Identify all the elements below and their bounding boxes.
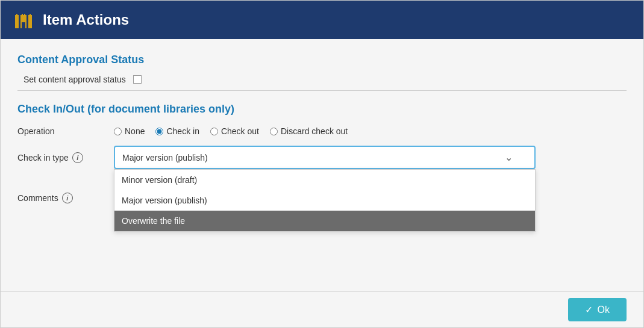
content-approval-row: Set content approval status (17, 75, 627, 84)
checkin-type-label: Check in type i (17, 152, 114, 163)
radio-none-input[interactable] (114, 128, 122, 135)
content-approval-section: Content Approval Status Set content appr… (17, 54, 627, 84)
svg-rect-10 (22, 22, 25, 28)
checkin-type-select[interactable]: Major version (publish) ⌄ (114, 146, 536, 169)
chevron-down-icon: ⌄ (505, 152, 513, 163)
radio-checkin[interactable]: Check in (155, 126, 199, 136)
radio-checkout[interactable]: Check out (210, 126, 259, 136)
dropdown-item-major[interactable]: Major version (publish) (114, 190, 535, 211)
dialog-footer: ✓ Ok (1, 291, 643, 327)
radio-discard[interactable]: Discard check out (270, 126, 348, 136)
radio-discard-label: Discard check out (281, 126, 348, 136)
ok-checkmark-icon: ✓ (585, 304, 593, 315)
ok-label: Ok (598, 305, 610, 315)
radio-discard-input[interactable] (270, 128, 278, 135)
checkin-type-info-icon[interactable]: i (72, 152, 83, 163)
radio-none-label: None (125, 126, 145, 136)
dropdown-item-overwrite[interactable]: Overwrite the file (114, 211, 535, 231)
radio-checkout-label: Check out (221, 126, 259, 136)
svg-rect-9 (30, 14, 31, 16)
svg-rect-7 (24, 14, 25, 16)
dialog-container: Item Actions Content Approval Status Set… (0, 0, 644, 328)
content-approval-title: Content Approval Status (17, 54, 627, 66)
dialog-body: Content Approval Status Set content appr… (1, 39, 643, 291)
dialog-header: Item Actions (1, 1, 643, 39)
svg-rect-2 (28, 17, 32, 28)
svg-rect-0 (15, 17, 19, 28)
operation-radio-group: None Check in Check out Discard check ou… (114, 126, 348, 136)
check-inout-title: Check In/Out (for document libraries onl… (17, 103, 627, 116)
checkin-type-select-wrapper: Major version (publish) ⌄ Minor version … (114, 146, 536, 169)
svg-rect-4 (16, 14, 17, 16)
content-approval-checkbox[interactable] (133, 75, 142, 84)
radio-none[interactable]: None (114, 126, 145, 136)
svg-rect-5 (20, 15, 27, 18)
comments-label: Comments i (17, 193, 114, 203)
operation-row: Operation None Check in Check out (17, 126, 627, 136)
content-approval-label: Set content approval status (23, 75, 126, 84)
checkin-type-row: Check in type i Major version (publish) … (17, 146, 627, 169)
item-actions-icon (13, 9, 34, 31)
checkin-type-dropdown: Minor version (draft) Major version (pub… (114, 169, 536, 232)
radio-checkin-input[interactable] (155, 128, 163, 135)
svg-rect-6 (22, 14, 23, 16)
dropdown-item-minor[interactable]: Minor version (draft) (114, 170, 535, 190)
checkin-type-selected-value: Major version (publish) (122, 153, 208, 162)
dialog-title: Item Actions (43, 11, 129, 28)
check-inout-section: Check In/Out (for document libraries onl… (17, 103, 627, 217)
ok-button[interactable]: ✓ Ok (568, 298, 627, 321)
comments-info-icon[interactable]: i (62, 193, 73, 203)
section-divider (17, 90, 627, 91)
radio-checkout-input[interactable] (210, 128, 218, 135)
operation-label: Operation (17, 126, 114, 136)
radio-checkin-label: Check in (166, 126, 199, 136)
